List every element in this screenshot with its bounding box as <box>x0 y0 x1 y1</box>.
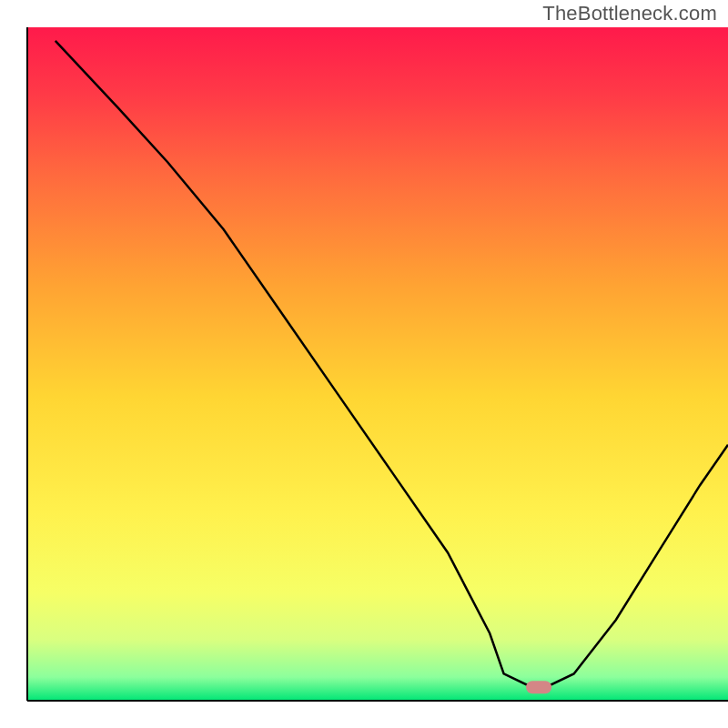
watermark-text: TheBottleneck.com <box>542 2 717 25</box>
plot-background <box>27 27 728 701</box>
chart-canvas: TheBottleneck.com <box>0 0 728 728</box>
optimal-marker <box>526 681 551 693</box>
chart-svg <box>0 0 728 728</box>
